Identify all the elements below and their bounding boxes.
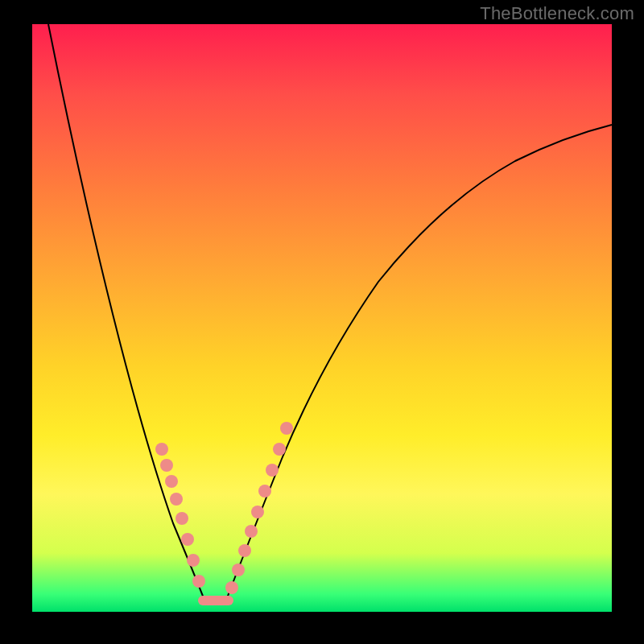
marker-dot: [245, 525, 258, 538]
marker-dot: [181, 533, 194, 546]
marker-dot: [187, 554, 200, 567]
plot-area: [32, 24, 612, 612]
watermark-text: TheBottleneck.com: [480, 3, 634, 24]
marker-dot: [251, 506, 264, 518]
marker-dot: [160, 459, 173, 472]
marker-dot: [170, 493, 183, 506]
marker-dot: [238, 544, 251, 557]
marker-dot: [165, 475, 178, 488]
marker-dot: [232, 564, 245, 576]
marker-dot: [258, 485, 271, 497]
marker-dot: [225, 581, 238, 594]
marker-dot: [280, 422, 293, 435]
marker-dot: [155, 443, 168, 456]
marker-dot: [175, 512, 188, 525]
marker-dot: [273, 443, 286, 456]
right-curve: [225, 125, 612, 602]
marker-dot: [266, 464, 279, 477]
chart-svg: [32, 24, 612, 612]
marker-dot: [192, 575, 205, 588]
chart-frame: TheBottleneck.com: [0, 0, 644, 644]
